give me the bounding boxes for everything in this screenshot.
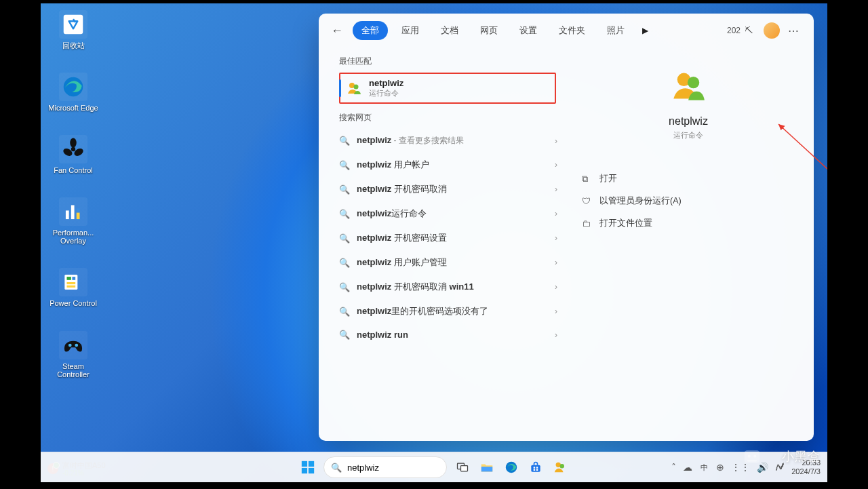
detail-icon [671,68,706,103]
chevron-right-icon: › [555,258,557,267]
panel-header: ← 全部 应用 文档 网页 设置 文件夹 照片 ▶ 202⛏ ⋯ [319,14,814,47]
web-result[interactable]: 🔍netplwiz 开机密码设置› [339,226,563,250]
svg-rect-24 [302,468,307,473]
svg-rect-40 [747,460,757,461]
svg-point-16 [75,343,78,347]
svg-rect-31 [534,467,536,469]
action-open-location[interactable]: 🗀打开文件位置 [582,212,800,235]
folder-icon: 🗀 [582,218,593,229]
start-button[interactable] [299,458,317,476]
tab-settings[interactable]: 设置 [511,22,545,39]
steam-controller-shortcut[interactable]: Steam Controller [46,331,100,378]
web-result[interactable]: 🔍netplwiz运行命令› [339,201,563,226]
svg-rect-7 [71,206,75,220]
clock[interactable]: 20:33 2024/7/3 [791,458,821,475]
chevron-right-icon: › [555,184,557,194]
action-run-admin[interactable]: 🛡以管理员身份运行(A) [582,190,800,212]
task-view[interactable] [454,458,471,476]
svg-point-39 [753,454,756,457]
fan-control-shortcut[interactable]: Fan Control [46,135,100,174]
controller-icon [59,331,87,359]
tray-expand-icon[interactable]: ˄ [671,462,676,473]
search-icon: 🔍 [339,233,350,243]
store[interactable] [527,458,545,476]
rewards-points[interactable]: 202⛏ [727,26,753,35]
search-icon: 🔍 [339,136,350,146]
svg-rect-0 [64,15,83,35]
chevron-right-icon: › [555,307,557,316]
tab-apps[interactable]: 应用 [393,22,427,39]
best-title: netplwiz [369,78,403,88]
detail-pane: netplwiz 运行命令 ⧉打开 🛡以管理员身份运行(A) 🗀打开文件位置 [563,47,814,441]
edge-taskbar[interactable] [502,458,520,476]
tab-web[interactable]: 网页 [472,22,506,39]
tabs-more[interactable]: ▶ [638,26,652,35]
svg-rect-25 [309,468,314,473]
chevron-right-icon: › [555,160,557,170]
best-subtitle: 运行命令 [369,88,403,98]
perf-overlay-shortcut[interactable]: Performan... Overlay [46,197,100,245]
desktop-icons: 回收站 Microsoft Edge Fan Control Performan… [46,10,100,378]
svg-rect-6 [66,211,69,220]
shield-icon: 🛡 [582,196,593,206]
onedrive-icon[interactable]: ☁ [683,462,692,473]
web-result[interactable]: 🔍netplwiz run› [339,324,563,346]
tab-photos[interactable]: 照片 [599,22,633,39]
web-result[interactable]: 🔍netplwiz 用户账户管理› [339,250,563,275]
web-result[interactable]: 🔍netplwiz 用户帐户› [339,153,563,177]
tab-docs[interactable]: 文档 [433,22,467,39]
edge-shortcut[interactable]: Microsoft Edge [46,73,100,112]
chevron-right-icon: › [555,233,557,243]
users-icon [346,80,362,96]
action-open[interactable]: ⧉打开 [582,168,800,190]
results-column: 最佳匹配 netplwiz 运行命令 搜索网页 🔍netplwiz - 查看更多… [319,47,563,441]
svg-rect-33 [534,469,536,471]
chevron-right-icon: › [555,282,557,292]
section-best: 最佳匹配 [339,56,563,67]
power-icon [59,268,87,296]
ime-mode-icon[interactable]: ⊕ [716,462,724,473]
search-icon: 🔍 [339,209,350,219]
web-result[interactable]: 🔍netplwiz里的开机密码选项没有了› [339,299,563,324]
search-icon: 🔍 [331,463,342,473]
detail-type: 运行命令 [673,130,703,140]
svg-point-18 [354,85,359,90]
taskbar-search[interactable]: 🔍 [323,456,447,478]
watermark-icon [741,446,764,469]
panel-menu[interactable]: ⋯ [785,24,802,37]
search-input[interactable] [346,462,462,473]
web-result[interactable]: 🔍netplwiz 开机密码取消 win11› [339,275,563,299]
detail-actions: ⧉打开 🛡以管理员身份运行(A) 🗀打开文件位置 [576,168,800,235]
svg-rect-32 [536,467,538,469]
svg-rect-27 [461,466,468,471]
chevron-right-icon: › [555,136,557,146]
svg-point-15 [68,343,72,347]
netplwiz-taskbar[interactable] [551,458,569,476]
web-result[interactable]: 🔍netplwiz 开机密码取消› [339,177,563,201]
user-avatar[interactable] [764,22,780,39]
svg-point-20 [688,77,699,88]
chevron-right-icon: › [555,209,557,218]
ime-indicator[interactable]: 中 [699,463,709,473]
svg-rect-30 [531,465,540,472]
search-icon: 🔍 [339,282,350,292]
bars-icon [59,197,87,226]
svg-rect-8 [77,213,80,220]
svg-rect-12 [72,277,75,281]
svg-rect-14 [67,286,76,288]
power-control-shortcut[interactable]: Power Control [46,268,100,307]
svg-rect-11 [67,277,71,281]
best-match-item[interactable]: netplwiz 运行命令 [339,73,556,104]
svg-point-2 [71,147,75,151]
back-button[interactable]: ← [331,24,343,38]
web-result[interactable]: 🔍netplwiz - 查看更多搜索结果› [339,129,563,153]
recycle-bin[interactable]: 回收站 [46,10,100,50]
svg-rect-34 [536,469,538,471]
search-icon: 🔍 [339,307,350,317]
battery-icon[interactable]: 🗲 [775,462,785,473]
tab-folders[interactable]: 文件夹 [551,22,593,39]
edge-icon [59,73,87,101]
tab-all[interactable]: 全部 [353,21,388,40]
section-web: 搜索网页 [339,112,563,123]
explorer[interactable] [478,458,496,476]
